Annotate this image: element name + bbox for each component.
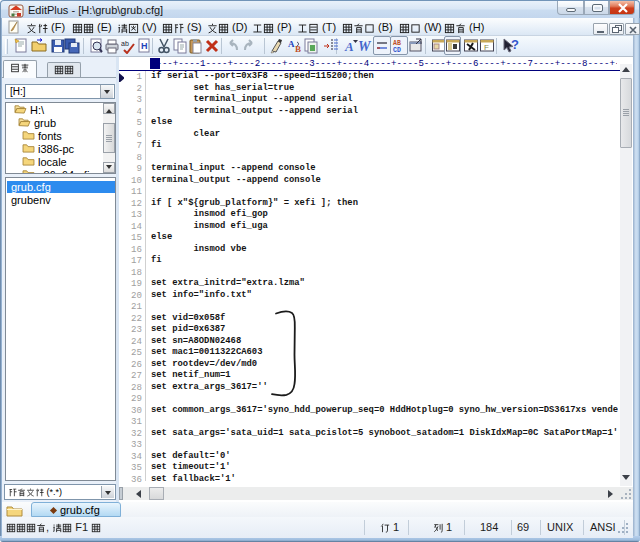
svg-text:H: H — [141, 41, 148, 51]
svg-text:ab: ab — [121, 40, 129, 47]
svg-text:A: A — [344, 39, 354, 54]
svg-text:AB: AB — [393, 40, 401, 47]
svg-text:F: F — [484, 43, 489, 52]
svg-text:W: W — [358, 39, 372, 54]
svg-text:A: A — [288, 39, 295, 49]
svg-text:CD: CD — [393, 47, 401, 54]
